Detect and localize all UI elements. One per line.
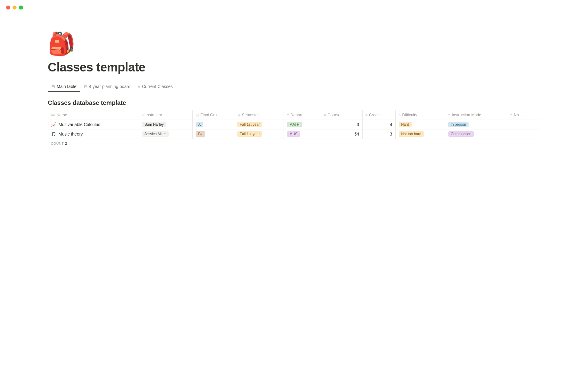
col-header-finalgrade[interactable]: ▤ Final Gra... (193, 110, 234, 120)
col-semester-label: Semester (242, 113, 259, 117)
credits-cell-2[interactable]: 3 (362, 129, 395, 139)
grade-pill-1: A (196, 122, 203, 127)
tab-current-classes-label: Current Classes (142, 84, 173, 89)
current-classes-icon: ≡ (138, 84, 140, 89)
col-coursenumber-label: Course ... (328, 113, 345, 117)
difficulty-col-icon: ○ (399, 113, 401, 117)
tab-4year[interactable]: ⊟ 4 year planning board (80, 82, 134, 92)
grade-cell-1[interactable]: A (193, 120, 234, 129)
credits-col-icon: # (366, 113, 368, 117)
instructor-cell-2[interactable]: Jessica Miles (139, 129, 193, 139)
instructor-pill-2: Jessica Miles (142, 131, 169, 137)
traffic-lights (0, 0, 29, 15)
name-cell-2[interactable]: 🎵 Music theory (48, 129, 139, 139)
coursenumber-cell-1[interactable]: 3 (321, 120, 362, 129)
col-header-instructionmode[interactable]: ≡ Instruction Mode (445, 110, 507, 120)
credits-value-1: 4 (390, 122, 392, 127)
tab-bar: ⊞ Main table ⊟ 4 year planning board ≡ C… (48, 82, 540, 92)
tab-main-table[interactable]: ⊞ Main table (48, 82, 80, 92)
page-title: Classes template (48, 60, 540, 74)
finalgrade-col-icon: ▤ (196, 113, 199, 117)
name-cell-1[interactable]: 📈 Multivariable Calculus (48, 120, 139, 129)
col-name-label: Name (56, 113, 67, 117)
instructionmode-cell-1[interactable]: In person (445, 120, 507, 129)
row-2-name: Music theory (58, 132, 83, 136)
notes-col-icon: ≡ (510, 113, 512, 117)
semester-cell-2[interactable]: Fall 1st year (234, 129, 284, 139)
table-row[interactable]: 🎵 Music theory Jessica Miles B+ Fall 1st… (48, 129, 540, 139)
instructionmode-pill-1: In person (448, 122, 469, 127)
col-header-semester[interactable]: ▦ Semester (234, 110, 284, 120)
col-notes-label: No... (514, 113, 522, 117)
classes-table: Aa Name ○ Instructor ▤ Final Gra... (48, 110, 540, 139)
difficulty-cell-1[interactable]: Hard (395, 120, 445, 129)
count-value: 2 (65, 141, 67, 146)
minimize-button[interactable] (13, 6, 17, 10)
col-header-name[interactable]: Aa Name (48, 110, 139, 120)
main-table-icon: ⊞ (51, 84, 55, 89)
col-instructionmode-label: Instruction Mode (452, 113, 481, 117)
main-content: 🎒 Classes template ⊞ Main table ⊟ 4 year… (18, 0, 570, 148)
col-header-difficulty[interactable]: ○ Difficulty (395, 110, 445, 120)
instructor-pill-1: Sam Harley (142, 122, 166, 127)
semester-col-icon: ▦ (237, 113, 240, 117)
col-credits-label: Credits (369, 113, 382, 117)
col-header-department[interactable]: ≡ Depart... (284, 110, 321, 120)
col-department-label: Depart... (290, 113, 306, 117)
database-title: Classes database template (48, 99, 540, 106)
department-pill-2: MUS (287, 131, 300, 137)
notes-cell-1[interactable] (507, 120, 540, 129)
instructionmode-cell-2[interactable]: Combination (445, 129, 507, 139)
semester-cell-1[interactable]: Fall 1st year (234, 120, 284, 129)
4year-icon: ⊟ (84, 84, 87, 89)
difficulty-pill-2: Not too hard (399, 131, 424, 137)
semester-pill-1: Fall 1st year (237, 122, 262, 127)
col-header-instructor[interactable]: ○ Instructor (139, 110, 193, 120)
difficulty-cell-2[interactable]: Not too hard (395, 129, 445, 139)
instructor-col-icon: ○ (142, 113, 144, 117)
tab-current-classes[interactable]: ≡ Current Classes (134, 82, 176, 92)
name-col-icon: Aa (51, 113, 55, 117)
instructor-cell-1[interactable]: Sam Harley (139, 120, 193, 129)
close-button[interactable] (6, 6, 10, 10)
department-pill-1: MATH (287, 122, 302, 127)
grade-pill-2: B+ (196, 131, 205, 137)
row-2-icon: 🎵 (51, 132, 56, 136)
difficulty-pill-1: Hard (399, 122, 412, 127)
row-1-name: Multivariable Calculus (58, 122, 100, 127)
grade-cell-2[interactable]: B+ (193, 129, 234, 139)
row-1-icon: 📈 (51, 122, 56, 127)
coursenumber-cell-2[interactable]: 54 (321, 129, 362, 139)
tab-main-table-label: Main table (57, 84, 77, 89)
instructionmode-col-icon: ≡ (448, 113, 450, 117)
col-finalgrade-label: Final Gra... (200, 113, 220, 117)
count-row: COUNT 2 (48, 139, 540, 148)
department-cell-1[interactable]: MATH (284, 120, 321, 129)
department-col-icon: ≡ (287, 113, 289, 117)
coursenumber-col-icon: # (324, 113, 326, 117)
coursenumber-value-1: 3 (357, 122, 359, 127)
tab-4year-label: 4 year planning board (89, 84, 130, 89)
col-header-credits[interactable]: # Credits (362, 110, 395, 120)
col-instructor-label: Instructor (145, 113, 162, 117)
semester-pill-2: Fall 1st year (237, 131, 262, 137)
department-cell-2[interactable]: MUS (284, 129, 321, 139)
notes-cell-2[interactable] (507, 129, 540, 139)
col-header-coursenumber[interactable]: # Course ... (321, 110, 362, 120)
maximize-button[interactable] (19, 6, 23, 10)
instructionmode-pill-2: Combination (448, 131, 474, 137)
credits-value-2: 3 (390, 132, 392, 136)
credits-cell-1[interactable]: 4 (362, 120, 395, 129)
coursenumber-value-2: 54 (354, 132, 359, 136)
count-label: COUNT (51, 142, 64, 145)
col-header-notes[interactable]: ≡ No... (507, 110, 540, 120)
table-row[interactable]: 📈 Multivariable Calculus Sam Harley A Fa… (48, 120, 540, 129)
col-difficulty-label: Difficulty (402, 113, 417, 117)
page-icon: 🎒 (48, 31, 540, 57)
